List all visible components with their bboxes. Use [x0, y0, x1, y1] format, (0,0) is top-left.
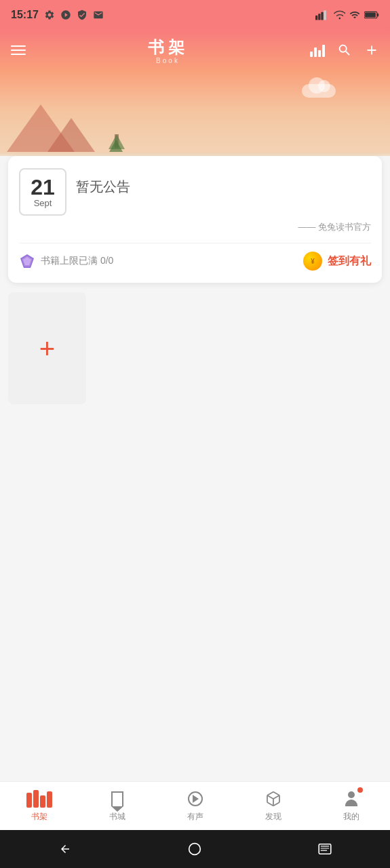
status-time: 15:17	[11, 9, 39, 21]
svg-rect-0	[315, 16, 317, 20]
header-menu[interactable]	[11, 45, 26, 55]
app-title-chinese: 书架	[148, 37, 189, 58]
bookshelf-icon	[30, 789, 49, 808]
announcement-header: 21 Sept 暂无公告	[19, 168, 371, 216]
app-title-container: 书架 Book	[148, 37, 189, 64]
email-icon	[93, 9, 104, 20]
recents-button[interactable]	[308, 839, 342, 859]
target-icon	[60, 9, 71, 20]
nav-label-bookshelf: 书架	[31, 811, 47, 823]
books-section: +	[8, 292, 382, 411]
announcement-card: 21 Sept 暂无公告 —— 免兔读书官方 书籍上限已满 0/0	[8, 156, 382, 283]
search-icon[interactable]	[337, 43, 352, 58]
header-actions	[310, 43, 379, 58]
settings-icon	[44, 9, 55, 20]
svg-rect-2	[321, 12, 323, 20]
svg-rect-5	[377, 14, 378, 17]
book-limit: 书籍上限已满 0/0	[19, 253, 113, 269]
stats-icon[interactable]	[310, 43, 325, 57]
signal-icon	[315, 9, 329, 20]
svg-rect-14	[321, 848, 330, 848]
svg-point-11	[189, 844, 201, 855]
discover-icon-container	[264, 789, 283, 808]
cloud-decoration	[302, 84, 336, 98]
main-content: 21 Sept 暂无公告 —— 免兔读书官方 书籍上限已满 0/0	[0, 156, 390, 411]
hero-banner	[0, 71, 390, 152]
book-limit-text: 书籍上限已满 0/0	[41, 255, 113, 267]
wifi-icon	[333, 9, 345, 20]
back-button[interactable]	[48, 839, 82, 859]
hamburger-icon[interactable]	[11, 45, 26, 55]
person-body	[345, 800, 357, 806]
nav-label-bookstore: 书城	[109, 811, 125, 823]
shield-icon	[77, 9, 87, 20]
notification-dot	[357, 787, 363, 793]
status-icons-right	[315, 9, 379, 20]
nav-label-discover: 发现	[265, 811, 281, 823]
svg-rect-6	[365, 12, 376, 17]
add-book-plus-icon[interactable]: +	[39, 335, 55, 362]
announcement-title: 暂无公告	[76, 178, 130, 196]
play-icon	[188, 791, 203, 806]
mountain-mid	[47, 118, 95, 152]
battery-icon	[364, 10, 379, 20]
svg-rect-3	[324, 10, 326, 20]
audio-icon-container	[186, 789, 205, 808]
svg-rect-1	[318, 14, 320, 20]
coin-icon: ¥	[303, 252, 322, 271]
check-in-label: 签到有礼	[328, 254, 371, 269]
gem-icon	[19, 253, 35, 269]
add-icon[interactable]	[364, 43, 379, 58]
calendar-icon: 21 Sept	[19, 168, 66, 216]
nav-label-mine: 我的	[343, 811, 359, 823]
cube-icon	[265, 791, 281, 807]
book-status-bar: 书籍上限已满 0/0 ¥ 签到有礼	[19, 243, 371, 271]
svg-rect-15	[321, 850, 328, 851]
status-bar: 15:17	[0, 0, 390, 30]
bookstore-icon	[108, 789, 127, 808]
svg-rect-12	[319, 844, 331, 854]
home-button[interactable]	[178, 839, 212, 859]
app-title-pinyin: Book	[156, 57, 180, 64]
svg-rect-13	[321, 846, 330, 846]
bottom-nav: 书架 书城 有声 发现	[0, 781, 390, 830]
person-icon	[344, 791, 359, 806]
tree-decoration	[109, 134, 125, 152]
nav-item-bookstore[interactable]: 书城	[78, 784, 156, 828]
cell-icon	[349, 9, 360, 20]
mine-icon-container	[342, 789, 361, 808]
nav-item-discover[interactable]: 发现	[234, 784, 312, 828]
check-in-button[interactable]: ¥ 签到有礼	[303, 252, 371, 271]
system-nav	[0, 830, 390, 868]
calendar-day: 21	[31, 176, 55, 198]
books-icon-active	[26, 790, 52, 808]
nav-item-audio[interactable]: 有声	[156, 784, 234, 828]
calendar-month: Sept	[34, 198, 52, 208]
person-head	[348, 791, 355, 798]
add-book-card[interactable]: +	[8, 292, 86, 404]
app-header: 书架 Book	[0, 30, 390, 71]
announcement-source: —— 免兔读书官方	[19, 221, 371, 233]
bookmark-icon	[111, 791, 123, 806]
nav-label-audio: 有声	[187, 811, 203, 823]
nav-item-bookshelf[interactable]: 书架	[0, 784, 78, 828]
nav-item-mine[interactable]: 我的	[312, 784, 390, 828]
